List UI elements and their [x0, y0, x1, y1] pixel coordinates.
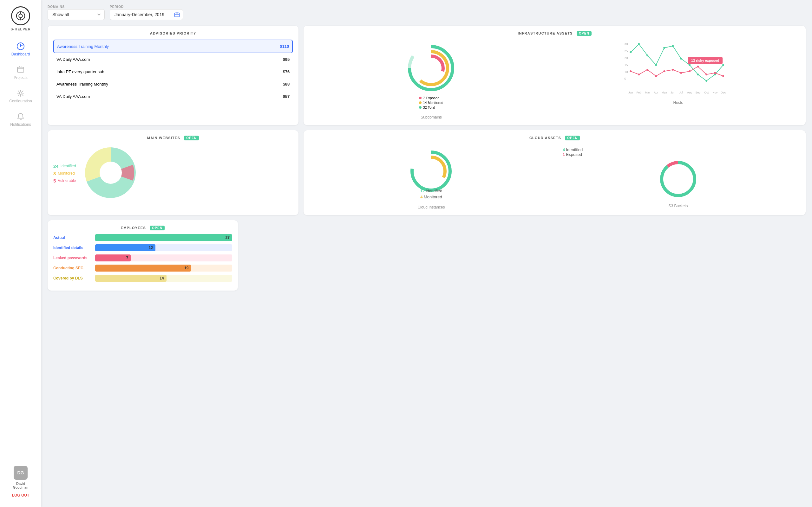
subdomains-legend: 7 Exposed 14 Monitored 32 Total — [419, 96, 443, 109]
subdomains-section: 7 Exposed 14 Monitored 32 Total — [309, 40, 553, 119]
main-websites-title: MAIN WEBSITES OPEN — [53, 136, 293, 140]
svg-point-60 — [662, 163, 695, 195]
avatar: DG — [14, 466, 28, 480]
s3-buckets-section: 4 Identified 1 Exposed S3 Buckets — [556, 144, 800, 210]
svg-point-59 — [417, 157, 445, 185]
logo-icon — [16, 11, 26, 20]
s3-chart — [653, 160, 704, 198]
svg-point-20 — [638, 43, 640, 45]
cloud-inner: 12 identified 4 Monitored Cloud Instance… — [309, 144, 800, 210]
svg-point-41 — [714, 72, 716, 74]
svg-point-36 — [672, 69, 674, 71]
period-filter-group: PERIOD January-December, 2019 — [110, 5, 183, 20]
period-input[interactable]: January-December, 2019 — [110, 9, 183, 20]
advisories-title: ADVISORIES PRIORITY — [53, 32, 293, 35]
advisory-price: $76 — [283, 69, 290, 74]
svg-text:Jun: Jun — [670, 91, 675, 94]
sidebar-item-dashboard[interactable]: Dashboard — [0, 38, 41, 61]
sidebar-label-dashboard: Dashboard — [11, 52, 30, 56]
svg-point-31 — [629, 70, 631, 72]
svg-point-24 — [672, 45, 674, 47]
sidebar-item-configuration[interactable]: Configuration — [0, 84, 41, 108]
cloud-instances-legend: 12 identified 4 Monitored — [420, 188, 442, 199]
projects-icon — [16, 65, 25, 74]
svg-point-23 — [663, 47, 665, 49]
svg-point-27 — [697, 73, 699, 75]
advisory-item[interactable]: VA Daily AAA.com $95 — [53, 53, 293, 66]
svg-text:30: 30 — [624, 43, 628, 46]
svg-point-1 — [19, 14, 22, 17]
main-websites-card: MAIN WEBSITES OPEN 24 Identified 8 Monit… — [48, 130, 299, 215]
domains-select-wrapper: Show all — [48, 9, 105, 20]
cloud-status-badge: OPEN — [565, 135, 580, 140]
svg-text:Dec: Dec — [721, 91, 726, 94]
emp-label-identified: Identified details — [53, 245, 91, 250]
svg-text:Apr: Apr — [654, 91, 658, 94]
subdomains-label: Subdomains — [309, 115, 553, 119]
emp-label-actual: Actual — [53, 235, 91, 240]
main-websites-pie — [82, 144, 139, 201]
advisory-name: VA Daily AAA.com — [56, 94, 90, 99]
websites-status-badge: OPEN — [184, 135, 199, 140]
emp-bar-identified: 12 — [95, 244, 232, 251]
advisory-price: $88 — [283, 82, 290, 87]
svg-point-25 — [680, 58, 682, 60]
svg-point-37 — [680, 72, 682, 74]
advisory-name: Awareness Training Monthly — [57, 44, 109, 49]
sidebar-item-notifications[interactable]: Notifications — [0, 108, 41, 131]
main-websites-inner: 24 Identified 8 Monitored 5 Vulnerable — [53, 144, 293, 203]
infra-status-badge: OPEN — [577, 31, 592, 36]
app-logo — [11, 6, 30, 25]
advisory-name: Infra PT every quarter sub — [56, 69, 104, 74]
legend-exposed: 7 Exposed — [419, 96, 443, 100]
svg-text:Sep: Sep — [695, 91, 700, 94]
subdomains-donut: 7 Exposed 14 Monitored 32 Total — [309, 40, 553, 112]
svg-text:Oct: Oct — [704, 91, 709, 94]
emp-bar-actual: 27 — [95, 234, 232, 241]
infrastructure-card: INFRASTRUCTURE ASSETS OPEN — [304, 26, 806, 125]
advisory-item[interactable]: Infra PT every quarter sub $76 — [53, 66, 293, 78]
emp-bar-fill-dls: 14 — [95, 275, 166, 282]
advisory-item[interactable]: VA Daily AAA.com $57 — [53, 90, 293, 103]
svg-point-42 — [722, 75, 724, 77]
advisory-item[interactable]: Awareness Training Monthly $88 — [53, 78, 293, 90]
exposed-dot — [419, 97, 421, 99]
svg-point-28 — [705, 80, 707, 82]
advisory-price: $110 — [280, 44, 289, 49]
notifications-icon — [16, 112, 25, 121]
emp-label-leaked: Leaked passwords — [53, 256, 91, 260]
advisory-price: $57 — [283, 94, 290, 99]
svg-point-7 — [19, 92, 22, 95]
emp-row-sec: Conducting SEC 19 — [53, 265, 232, 272]
emp-bar-fill-actual: 27 — [95, 234, 232, 241]
svg-text:May: May — [661, 91, 667, 94]
svg-point-22 — [655, 64, 657, 66]
logout-button[interactable]: LOG OUT — [12, 493, 30, 498]
svg-point-30 — [722, 64, 724, 66]
app-name: S-HELPER — [10, 27, 31, 31]
cloud-title: CLOUD ASSETS OPEN — [309, 136, 800, 140]
svg-point-33 — [647, 69, 648, 71]
pie-vulnerable: 5 Vulnerable — [53, 178, 76, 183]
cloud-assets-card: CLOUD ASSETS OPEN 12 identified — [304, 130, 806, 215]
svg-point-5 — [20, 46, 21, 47]
svg-point-21 — [647, 55, 648, 56]
domains-select[interactable]: Show all — [48, 9, 105, 20]
cloud-instances-label: Cloud Instances — [309, 205, 553, 210]
dashboard-icon — [16, 42, 25, 51]
sidebar-item-projects[interactable]: Projects — [0, 61, 41, 84]
sidebar: S-HELPER Dashboard Projects Configuratio… — [0, 0, 41, 507]
employees-status-badge: OPEN — [150, 226, 165, 230]
pie-chart — [82, 144, 139, 203]
configuration-icon — [16, 89, 25, 98]
svg-text:Jan: Jan — [628, 91, 633, 94]
period-date-wrapper: January-December, 2019 — [110, 9, 183, 20]
svg-text:Mar: Mar — [645, 91, 650, 94]
advisory-item[interactable]: Awareness Training Monthly $110 — [53, 40, 293, 53]
svg-point-57 — [100, 162, 122, 184]
svg-rect-8 — [175, 13, 179, 17]
svg-point-19 — [629, 51, 631, 53]
emp-bar-sec: 19 — [95, 265, 232, 272]
sidebar-label-notifications: Notifications — [10, 122, 31, 127]
main-content: DOMAINS Show all PERIOD January-December… — [41, 0, 812, 507]
